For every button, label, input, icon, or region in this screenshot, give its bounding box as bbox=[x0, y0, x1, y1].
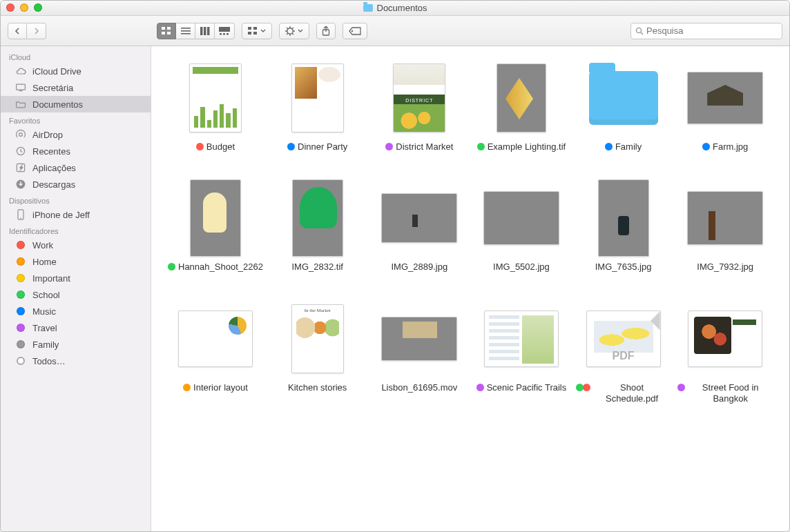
file-item[interactable]: Example Lighting.tif bbox=[474, 60, 569, 152]
file-name: Scenic Pacific Trails bbox=[487, 382, 567, 393]
file-label: Farm.jpg bbox=[702, 141, 748, 152]
airdrop-icon bbox=[15, 129, 27, 140]
sidebar-item[interactable]: iCloud Drive bbox=[1, 63, 151, 79]
sidebar-item[interactable]: Music bbox=[1, 303, 151, 319]
file-item[interactable]: PDFShoot Schedule.pdf bbox=[576, 301, 671, 405]
svg-line-26 bbox=[287, 33, 288, 35]
tag-icon bbox=[15, 339, 27, 350]
file-label: IMG_2889.jpg bbox=[391, 262, 447, 273]
apps-icon bbox=[15, 162, 27, 173]
group-button[interactable] bbox=[242, 23, 272, 39]
toolbar bbox=[1, 16, 789, 46]
tag-icon bbox=[15, 322, 27, 333]
file-thumbnail bbox=[687, 301, 763, 377]
sidebar-item-label: Secretária bbox=[32, 83, 73, 93]
file-item[interactable]: IMG_5502.jpg bbox=[474, 180, 569, 273]
action-menu bbox=[279, 23, 309, 39]
sidebar-item-label: Music bbox=[32, 306, 56, 317]
titlebar[interactable]: Documentos bbox=[1, 1, 789, 16]
list-view-button[interactable] bbox=[176, 23, 195, 39]
file-name: Kitchen stories bbox=[288, 382, 347, 393]
zoom-window-button[interactable] bbox=[34, 3, 42, 12]
file-item[interactable]: IMG_7635.jpg bbox=[576, 180, 671, 273]
share-button[interactable] bbox=[316, 23, 336, 39]
svg-point-18 bbox=[287, 28, 293, 33]
sidebar-item-label: Recentes bbox=[32, 146, 70, 157]
file-item[interactable]: IMG_7932.jpg bbox=[677, 180, 773, 273]
tag-dot-icon bbox=[287, 143, 295, 150]
file-label: IMG_7635.jpg bbox=[595, 262, 652, 273]
tags-button[interactable] bbox=[343, 23, 367, 39]
file-item[interactable]: Farm.jpg bbox=[677, 60, 773, 152]
sidebar-item[interactable]: Travel bbox=[1, 319, 151, 336]
svg-line-30 bbox=[641, 32, 643, 35]
folder-icon bbox=[589, 71, 658, 125]
sidebar-item[interactable]: Family bbox=[1, 336, 151, 353]
file-item[interactable]: Hannah_Shoot_2262 bbox=[168, 180, 263, 273]
svg-point-29 bbox=[636, 28, 641, 32]
cloud-icon bbox=[15, 66, 27, 77]
file-label: Scenic Pacific Trails bbox=[476, 382, 567, 393]
file-item[interactable]: IMG_2832.tif bbox=[270, 180, 365, 273]
sidebar-item[interactable]: Documentos bbox=[1, 96, 151, 112]
svg-rect-2 bbox=[162, 32, 165, 35]
sidebar-section-header: Identificadores bbox=[1, 223, 151, 237]
tag-icon bbox=[15, 355, 27, 366]
sidebar-item[interactable]: School bbox=[1, 286, 151, 303]
sidebar-item[interactable]: Todos… bbox=[1, 353, 151, 369]
forward-button[interactable] bbox=[27, 23, 46, 39]
search-input[interactable] bbox=[646, 26, 778, 36]
file-name: Interior layout bbox=[193, 382, 248, 393]
back-button[interactable] bbox=[8, 23, 27, 39]
file-item[interactable]: Scenic Pacific Trails bbox=[474, 301, 569, 405]
sidebar-item[interactable]: Aplicações bbox=[1, 159, 151, 176]
sidebar-item[interactable]: Recentes bbox=[1, 143, 151, 159]
tag-icon bbox=[15, 289, 27, 300]
file-item[interactable]: Family bbox=[576, 60, 671, 152]
svg-rect-4 bbox=[181, 28, 191, 29]
close-window-button[interactable] bbox=[6, 3, 15, 12]
file-label: Lisbon_61695.mov bbox=[381, 382, 457, 393]
download-icon bbox=[15, 179, 27, 190]
sidebar-item[interactable]: Secretária bbox=[1, 79, 151, 96]
svg-rect-0 bbox=[162, 27, 165, 30]
file-name: IMG_7932.jpg bbox=[697, 262, 753, 273]
file-item[interactable]: Budget bbox=[168, 60, 263, 152]
file-item[interactable]: Dinner Party bbox=[270, 60, 365, 152]
minimize-window-button[interactable] bbox=[20, 3, 28, 12]
file-browser[interactable]: BudgetDinner PartyDISTRICTDistrict Marke… bbox=[151, 46, 789, 531]
file-thumbnail bbox=[280, 180, 356, 256]
tag-dot-icon bbox=[702, 143, 710, 150]
sidebar-item[interactable]: iPhone de Jeff bbox=[1, 206, 151, 223]
sidebar-item[interactable]: Work bbox=[1, 237, 151, 253]
icon-view-button[interactable] bbox=[157, 23, 176, 39]
sidebar[interactable]: iCloudiCloud DriveSecretáriaDocumentosFa… bbox=[1, 46, 151, 531]
sidebar-item-label: Work bbox=[32, 240, 53, 250]
sidebar-item[interactable]: Home bbox=[1, 253, 151, 270]
sidebar-item[interactable]: Descargas bbox=[1, 176, 151, 193]
svg-rect-8 bbox=[204, 27, 206, 35]
action-button[interactable] bbox=[279, 23, 309, 39]
file-item[interactable]: IMG_2889.jpg bbox=[372, 180, 468, 273]
file-item[interactable]: Street Food in Bangkok bbox=[677, 301, 773, 405]
svg-rect-9 bbox=[207, 27, 210, 35]
svg-rect-15 bbox=[253, 27, 257, 30]
file-name: Budget bbox=[206, 141, 235, 152]
column-view-button[interactable] bbox=[195, 23, 215, 39]
sidebar-section-header: Favoritos bbox=[1, 112, 151, 126]
svg-rect-16 bbox=[248, 32, 251, 35]
search-field[interactable] bbox=[630, 23, 782, 39]
sidebar-item[interactable]: AirDrop bbox=[1, 126, 151, 143]
icon-grid: BudgetDinner PartyDISTRICTDistrict Marke… bbox=[151, 46, 789, 418]
file-item[interactable]: Lisbon_61695.mov bbox=[372, 301, 468, 405]
tag-icon bbox=[15, 256, 27, 267]
tag-dot-icon bbox=[196, 143, 204, 150]
file-item[interactable]: Kitchen stories bbox=[270, 301, 365, 405]
file-name: Lisbon_61695.mov bbox=[381, 382, 457, 393]
file-thumbnail bbox=[177, 60, 253, 136]
file-item[interactable]: Interior layout bbox=[168, 301, 263, 405]
file-item[interactable]: DISTRICTDistrict Market bbox=[372, 60, 468, 152]
sidebar-item[interactable]: Important bbox=[1, 270, 151, 286]
tag-icon bbox=[15, 273, 27, 284]
gallery-view-button[interactable] bbox=[215, 23, 235, 39]
